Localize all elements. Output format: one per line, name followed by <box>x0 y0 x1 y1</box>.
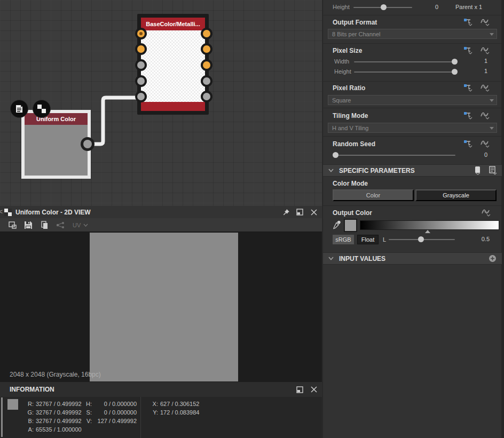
luminance-value[interactable]: 0.5 <box>472 236 490 242</box>
tiling-mode-actions <box>463 111 490 120</box>
scrollbar-track[interactable] <box>501 0 504 438</box>
maximize-button[interactable] <box>296 386 304 394</box>
edit-parameters-icon[interactable] <box>489 166 498 175</box>
node-basecolor[interactable]: BaseColor/Metalli... <box>137 14 209 115</box>
input-port-4[interactable] <box>135 75 147 87</box>
input-port-1[interactable] <box>135 28 147 39</box>
pixel-height-slider-handle[interactable] <box>452 69 458 75</box>
view2d-toolbar: UV <box>0 218 322 232</box>
output-badge[interactable] <box>33 100 51 118</box>
inheritance-icon[interactable] <box>463 46 472 54</box>
add-input-icon[interactable] <box>489 254 497 262</box>
tiling-mode-title: Tiling Mode <box>333 112 368 120</box>
panel-collapse-arrow[interactable]: < <box>0 208 3 216</box>
texture-preview[interactable] <box>90 233 238 381</box>
scrollbar[interactable] <box>1 397 3 437</box>
uv-mode-dropdown[interactable]: UV <box>73 222 88 228</box>
save-icon <box>24 221 33 229</box>
gradient-marker[interactable] <box>425 230 430 233</box>
node-basecolor-title: BaseColor/Metalli... <box>141 18 205 30</box>
output-port-1[interactable] <box>201 28 212 39</box>
color-mode-color-button[interactable]: Color <box>333 189 414 201</box>
chevron-down-icon <box>490 127 494 130</box>
function-icon[interactable] <box>480 111 490 120</box>
output-format-dropdown[interactable]: 8 Bits per Channel <box>328 29 497 39</box>
view2d-viewport[interactable]: 2048 x 2048 (Grayscale, 16bpc) <box>0 232 322 381</box>
random-seed-actions <box>463 139 490 148</box>
node-graph-canvas[interactable]: BaseColor/Metalli... Uniform Color <box>0 0 322 206</box>
input-port-2[interactable] <box>135 43 147 55</box>
node-basecolor-thumbnail <box>141 30 205 102</box>
chevron-down-icon <box>328 257 334 260</box>
random-seed-value[interactable]: 0 <box>471 152 487 158</box>
node-link-icon <box>56 221 65 229</box>
function-icon[interactable] <box>480 139 490 148</box>
grayscale-gradient-bar[interactable] <box>360 220 499 230</box>
height-slider-handle[interactable] <box>381 4 387 10</box>
compare-images-button[interactable] <box>5 220 19 230</box>
close-button[interactable] <box>310 386 318 394</box>
luminance-slider-handle[interactable] <box>418 236 424 242</box>
output-color-swatch[interactable] <box>344 219 357 232</box>
uniform-color-output-port[interactable] <box>81 137 94 151</box>
function-icon[interactable] <box>480 46 490 54</box>
function-icon[interactable] <box>480 83 490 92</box>
comment-badge[interactable] <box>10 100 28 118</box>
picked-color-swatch <box>7 399 18 410</box>
function-icon[interactable] <box>480 18 490 26</box>
hsv-values: H:0 / 0.000000 S:0 / 0.000000 V:127 / 0.… <box>83 400 137 425</box>
eyedropper-icon[interactable] <box>333 220 341 229</box>
chevron-down-icon <box>83 224 88 227</box>
inheritance-icon[interactable] <box>463 18 472 26</box>
inheritance-icon[interactable] <box>463 111 472 120</box>
maximize-icon <box>296 386 303 393</box>
output-port-3[interactable] <box>201 59 212 71</box>
pixel-width-slider-handle[interactable] <box>452 59 458 65</box>
maximize-icon <box>296 209 303 216</box>
random-seed-slider[interactable] <box>333 155 455 156</box>
rgba-values: R:32767 / 0.499992 G:32767 / 0.499992 B:… <box>25 400 82 434</box>
copy-image-button[interactable] <box>37 220 51 230</box>
height-parent-mode[interactable]: Parent x 1 <box>455 4 486 10</box>
pixel-ratio-title: Pixel Ratio <box>333 84 365 92</box>
preset-icon[interactable] <box>474 166 482 175</box>
srgb-toggle-button[interactable]: sRGB <box>333 235 354 244</box>
input-port-5[interactable] <box>135 91 147 102</box>
information-panel: INFORMATION R:32767 / 0.499992 G:32767 /… <box>0 382 322 438</box>
output-port-5[interactable] <box>201 91 212 102</box>
close-button[interactable] <box>310 208 318 216</box>
function-icon[interactable] <box>481 208 491 217</box>
float-toggle-button[interactable]: Float <box>357 235 379 244</box>
output-port-2[interactable] <box>201 43 212 55</box>
pin-button[interactable] <box>282 208 290 216</box>
pixel-size-title: Pixel Size <box>333 47 362 54</box>
color-mode-grayscale-button[interactable]: Grayscale <box>415 189 497 201</box>
luminance-label: L <box>383 236 386 243</box>
specific-parameters-section[interactable]: SPECIFIC PARAMETERS <box>323 164 502 177</box>
information-header[interactable]: INFORMATION <box>0 382 322 397</box>
pixel-height-value[interactable]: 1 <box>471 68 487 74</box>
inheritance-icon[interactable] <box>463 83 472 92</box>
connection-wire[interactable] <box>88 98 139 144</box>
inheritance-icon[interactable] <box>463 139 472 148</box>
input-values-section[interactable]: INPUT VALUES <box>323 252 502 265</box>
color-mode-title: Color Mode <box>333 180 368 187</box>
input-port-3[interactable] <box>135 59 147 71</box>
save-image-button[interactable] <box>21 220 35 230</box>
node-uniform-color-thumbnail <box>25 125 88 176</box>
pixel-height-slider[interactable] <box>354 71 458 73</box>
maximize-button[interactable] <box>296 208 304 216</box>
information-body: R:32767 / 0.499992 G:32767 / 0.499992 B:… <box>0 397 322 438</box>
pixel-size-actions <box>463 46 490 54</box>
node-uniform-color-title: Uniform Color <box>25 113 88 125</box>
comment-icon <box>14 104 24 114</box>
pixel-ratio-dropdown[interactable]: Square <box>328 95 497 105</box>
pixel-width-slider[interactable] <box>354 61 458 62</box>
output-port-4[interactable] <box>201 75 212 87</box>
view2d-header[interactable]: Uniform Color - 2D VIEW <box>0 206 322 218</box>
link-view-button[interactable] <box>53 220 67 230</box>
tiling-mode-dropdown[interactable]: H and V Tiling <box>328 123 497 133</box>
random-seed-slider-handle[interactable] <box>333 152 338 158</box>
close-icon <box>311 386 317 393</box>
pixel-width-value[interactable]: 1 <box>471 58 487 64</box>
